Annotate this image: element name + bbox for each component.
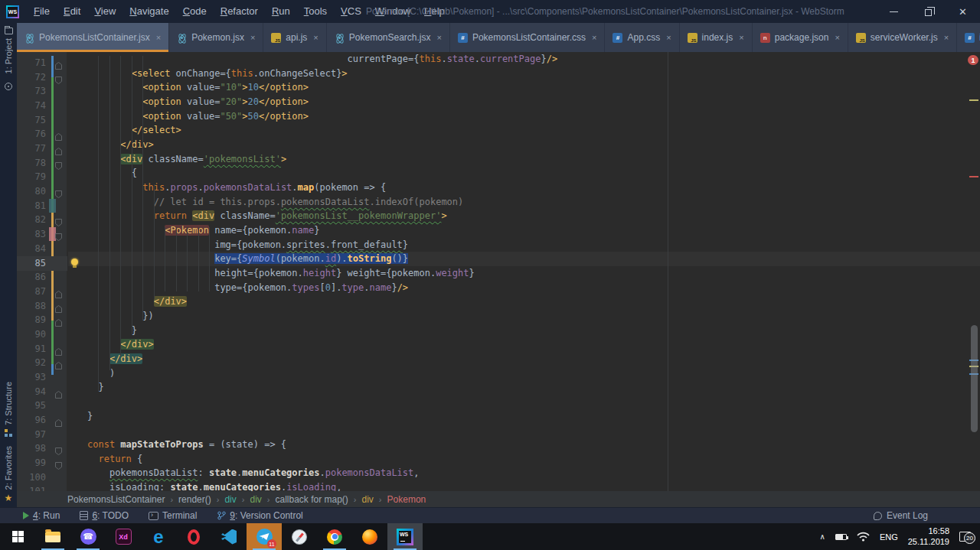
taskbar-firefox[interactable] (352, 523, 387, 550)
statusbar-6-todo[interactable]: 6: TODO (80, 510, 129, 521)
taskbar-safari[interactable] (282, 523, 317, 550)
code-line[interactable]: } (68, 324, 980, 338)
menu-edit[interactable]: Edit (57, 0, 87, 23)
tab-close-icon[interactable]: × (250, 33, 255, 42)
breadcrumb-item[interactable]: div (250, 494, 261, 505)
code-pane[interactable]: currentPage={this.state.currentPage}/> <… (68, 52, 980, 491)
tab-close-icon[interactable]: × (592, 33, 596, 42)
taskbar-explorer[interactable] (35, 523, 70, 550)
code-line[interactable] (68, 395, 980, 409)
breadcrumb-item[interactable]: callback for map() (275, 494, 348, 505)
code-line[interactable]: } (68, 380, 980, 395)
code-line[interactable]: type={pokemon.types[0].type.name}/> (68, 281, 980, 295)
inspection-error-badge[interactable]: 1 (968, 55, 978, 65)
taskbar-edge[interactable]: e (141, 523, 176, 550)
taskbar-chrome[interactable] (317, 523, 352, 550)
taskbar-opera[interactable] (176, 523, 211, 550)
code-line[interactable]: <option value="10">10</option> (68, 80, 980, 95)
restore-button[interactable] (911, 0, 946, 23)
statusbar-9-version-control[interactable]: 9: Version Control (217, 510, 302, 521)
tab-Pokemon.jsx[interactable]: Pokemon.jsx× (169, 23, 263, 52)
taskbar-xd[interactable]: Xd (106, 523, 141, 550)
menu-navigate[interactable]: Navigate (122, 0, 175, 23)
code-line[interactable]: height={pokemon.height} weight={pokemon.… (68, 266, 980, 281)
code-line[interactable]: <option value="20">20</option> (68, 95, 980, 109)
tool-window-button-scope[interactable] (5, 78, 12, 95)
tab-index.js[interactable]: JSindex.js× (680, 23, 753, 52)
tab-close-icon[interactable]: × (739, 33, 743, 42)
vertical-scrollbar[interactable] (971, 325, 978, 432)
code-line[interactable]: const mapStateToProps = (state) => { (68, 438, 980, 452)
tab-close-icon[interactable]: × (437, 33, 442, 42)
breadcrumb-item[interactable]: div (362, 494, 374, 505)
code-line[interactable]: } (68, 409, 980, 424)
tab-close-icon[interactable]: × (944, 33, 949, 42)
code-line[interactable]: <div className='pokemonsList'> (68, 152, 980, 167)
menu-tools[interactable]: Tools (297, 0, 334, 23)
tab-close-icon[interactable]: × (835, 33, 839, 42)
code-line[interactable]: <option value="50">50</option> (68, 109, 980, 124)
tab-serviceWorker.js[interactable]: JSserviceWorker.js× (848, 23, 957, 52)
code-line[interactable]: <select onChange={this.onChangeSelect}> (68, 67, 980, 81)
statusbar-terminal[interactable]: Terminal (149, 510, 197, 521)
code-line[interactable]: </select> (68, 123, 980, 138)
code-line[interactable]: isLoading: state.menuCategories.isLoadin… (68, 480, 980, 491)
tab-api.js[interactable]: JSapi.js× (263, 23, 326, 52)
code-line[interactable]: return { (68, 452, 980, 467)
code-line[interactable]: this.props.pokemonsDataList.map(pokemon … (68, 181, 980, 195)
code-editor[interactable]: 7172737475767778798081828384858687888990… (17, 52, 980, 491)
tab-index.css[interactable]: #index.css× (957, 23, 980, 52)
menu-refactor[interactable]: Refactor (214, 0, 265, 23)
statusbar-4-run[interactable]: 4: Run (23, 510, 60, 521)
menu-vcs[interactable]: VCS (334, 0, 368, 23)
language-indicator[interactable]: ENG (880, 532, 898, 542)
taskbar-telegram[interactable]: 11 (247, 523, 282, 550)
tab-PokemonsListContainer.jsx[interactable]: PokemonsListContainer.jsx× (17, 23, 169, 52)
tab-package.json[interactable]: npackage.json× (753, 23, 848, 52)
event-log-button[interactable]: Event Log (874, 510, 928, 521)
breadcrumb-item[interactable]: PokemonsListContainer (67, 494, 165, 505)
code-line[interactable]: // let id = this.props.pokemonsDataList.… (68, 195, 980, 210)
wifi-icon[interactable] (857, 532, 870, 542)
taskbar-vscode[interactable] (211, 523, 247, 550)
code-line[interactable] (68, 423, 980, 438)
code-line[interactable]: currentPage={this.state.currentPage}/> (68, 52, 980, 67)
clock[interactable]: 16:58 25.11.2019 (908, 526, 949, 548)
menu-file[interactable]: File (27, 0, 57, 23)
taskbar-start[interactable] (0, 523, 35, 550)
code-line[interactable]: </div> (68, 352, 980, 366)
code-line[interactable]: { (68, 166, 980, 181)
tab-PokemonSearch.jsx[interactable]: PokemonSearch.jsx× (327, 23, 450, 52)
menu-view[interactable]: View (87, 0, 122, 23)
code-line[interactable]: </div> (68, 295, 980, 309)
tab-close-icon[interactable]: × (156, 33, 161, 42)
code-line[interactable]: }) (68, 309, 980, 324)
tab-PokemonsListContainer.css[interactable]: #PokemonsListContainer.css× (450, 23, 606, 52)
code-line[interactable]: </div> (68, 337, 980, 352)
tool-window-button-1: Project[interactable]: 1: Project (4, 23, 13, 78)
tab-close-icon[interactable]: × (313, 33, 318, 42)
tool-window-button-7: Structure[interactable]: 7: Structure (4, 377, 13, 441)
battery-icon[interactable] (835, 534, 847, 540)
code-line[interactable]: key={Symbol(pokemon.id).toString()} (68, 252, 980, 266)
code-line[interactable]: return <div className='pokemonsList__pok… (68, 209, 980, 223)
code-line[interactable]: img={pokemon.sprites.front_default} (68, 238, 980, 252)
close-button[interactable]: ✕ (946, 0, 980, 23)
code-line[interactable]: </div> (68, 138, 980, 152)
breadcrumb-item[interactable]: div (224, 494, 236, 505)
notification-center-icon[interactable]: 20 (959, 532, 971, 542)
menu-code[interactable]: Code (176, 0, 214, 23)
breadcrumb-item[interactable]: Pokemon (387, 494, 426, 505)
tab-App.css[interactable]: #App.css× (605, 23, 679, 52)
code-line[interactable]: pokemonsDataList: state.menuCategories.p… (68, 466, 980, 480)
taskbar-viber[interactable]: ☎ (70, 523, 106, 550)
tab-close-icon[interactable]: × (666, 33, 671, 42)
minimize-button[interactable] (877, 0, 911, 23)
code-line[interactable]: ) (68, 366, 980, 381)
breadcrumb-item[interactable]: render() (178, 494, 211, 505)
code-line[interactable]: <Pokemon name={pokemon.name} (68, 223, 980, 238)
tool-window-button-2: Favorites[interactable]: 2: Favorites★ (4, 441, 13, 507)
taskbar-webstorm[interactable]: WS (387, 523, 423, 550)
menu-run[interactable]: Run (265, 0, 297, 23)
tray-expand-icon[interactable]: ∧ (820, 532, 825, 541)
